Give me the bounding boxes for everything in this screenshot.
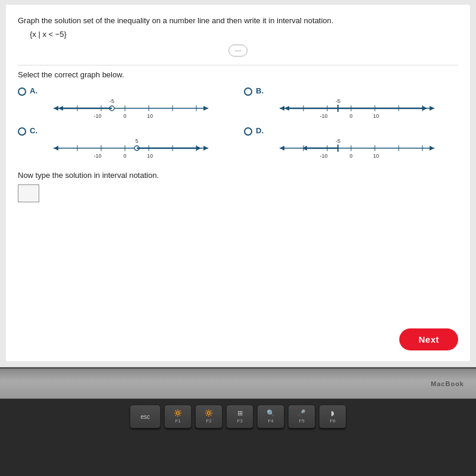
laptop-bezel: MacBook (0, 369, 476, 399)
do-not-disturb-icon: ◗ (331, 409, 334, 417)
divider (18, 65, 458, 65)
key-f4[interactable]: 🔍 F4 (257, 405, 284, 428)
svg-marker-49 (196, 146, 201, 151)
graph-option-D: D. -10 0 (244, 126, 458, 160)
svg-text:5: 5 (135, 138, 138, 144)
graph-option-B: B. -10 0 (244, 86, 458, 120)
graph-label-B: B. (256, 86, 458, 95)
svg-text:-10: -10 (320, 113, 327, 119)
graph-label-C: C. (30, 126, 232, 135)
interval-input[interactable] (18, 184, 39, 202)
svg-marker-33 (422, 106, 427, 111)
svg-text:10: 10 (147, 113, 153, 119)
svg-text:0: 0 (123, 153, 126, 159)
svg-marker-52 (430, 146, 434, 151)
svg-text:10: 10 (147, 153, 153, 159)
svg-text:0: 0 (349, 153, 352, 159)
radio-D[interactable] (244, 127, 252, 136)
search-icon: 🔍 (267, 409, 275, 417)
content-area: Graph the solution set of the inequality… (6, 5, 470, 361)
graph-container-A: A. (30, 86, 232, 120)
svg-text:0: 0 (349, 113, 352, 119)
svg-marker-2 (203, 106, 208, 111)
svg-marker-36 (203, 146, 208, 151)
number-line-B: -10 0 10 -5 (256, 96, 458, 120)
key-esc[interactable]: esc (130, 405, 161, 428)
f4-label: F4 (268, 418, 273, 424)
f3-label: F3 (237, 418, 242, 424)
f2-label: F2 (206, 418, 211, 424)
radio-A[interactable] (18, 87, 26, 96)
graphs-grid: A. (18, 86, 458, 160)
f6-label: F6 (330, 418, 335, 424)
svg-marker-51 (280, 146, 284, 151)
dictation-icon: 🎤 (298, 409, 306, 417)
graph-container-C: C. -10 0 (30, 126, 232, 160)
svg-marker-35 (54, 146, 58, 151)
svg-marker-17 (280, 106, 284, 111)
svg-text:-10: -10 (93, 113, 101, 119)
brightness-low-icon: 🔆 (174, 409, 182, 417)
dots-button[interactable]: ··· (228, 45, 248, 57)
svg-marker-31 (284, 106, 289, 111)
keyboard-row-1: esc 🔆 F1 🔆 F2 ⊞ F3 🔍 F4 🎤 F5 ◗ F6 (130, 405, 346, 428)
brightness-high-icon: 🔆 (205, 409, 213, 417)
svg-marker-1 (54, 106, 58, 111)
key-f2[interactable]: 🔆 F2 (195, 405, 223, 428)
next-button[interactable]: Next (399, 328, 458, 350)
interval-section: Now type the solution in interval notati… (18, 171, 458, 202)
mission-control-icon: ⊞ (237, 409, 243, 417)
svg-marker-18 (430, 106, 434, 111)
graph-option-C: C. -10 0 (18, 126, 232, 160)
radio-C[interactable] (18, 127, 26, 136)
key-f6[interactable]: ◗ F6 (319, 405, 346, 428)
next-btn-area: Next (399, 328, 458, 350)
f1-label: F1 (175, 418, 180, 424)
number-line-C: -10 0 10 5 (30, 136, 232, 160)
key-f1[interactable]: 🔆 F1 (164, 405, 192, 428)
laptop-screen: Graph the solution set of the inequality… (0, 0, 476, 369)
svg-text:-10: -10 (320, 153, 327, 159)
esc-label: esc (140, 414, 150, 420)
graph-label-A: A. (30, 86, 232, 95)
graph-option-A: A. (18, 86, 232, 120)
f5-label: F5 (299, 418, 304, 424)
svg-text:-5: -5 (336, 138, 340, 144)
graph-label-D: D. (256, 126, 458, 135)
number-line-D: -10 0 10 -5 (256, 136, 458, 160)
graph-container-B: B. -10 0 (256, 86, 458, 120)
svg-text:-5: -5 (336, 98, 340, 104)
macbook-label: MacBook (431, 380, 464, 387)
interval-label: Now type the solution in interval notati… (18, 171, 458, 180)
question-main-text: Graph the solution set of the inequality… (18, 15, 458, 26)
graph-container-D: D. -10 0 (256, 126, 458, 160)
key-f3[interactable]: ⊞ F3 (226, 405, 253, 428)
radio-B[interactable] (244, 87, 252, 96)
set-notation: {x | x < −5} (30, 30, 458, 39)
svg-text:0: 0 (123, 113, 126, 119)
select-graph-label: Select the correct graph below. (18, 70, 458, 79)
svg-text:10: 10 (373, 113, 379, 119)
number-line-A: -10 0 10 -5 (30, 96, 232, 120)
keyboard-area: esc 🔆 F1 🔆 F2 ⊞ F3 🔍 F4 🎤 F5 ◗ F6 (0, 399, 476, 476)
svg-text:10: 10 (373, 153, 379, 159)
key-f5[interactable]: 🎤 F5 (288, 405, 315, 428)
svg-text:-5: -5 (109, 98, 114, 104)
svg-marker-65 (302, 146, 307, 151)
svg-text:-10: -10 (93, 153, 101, 159)
svg-marker-15 (58, 106, 63, 111)
